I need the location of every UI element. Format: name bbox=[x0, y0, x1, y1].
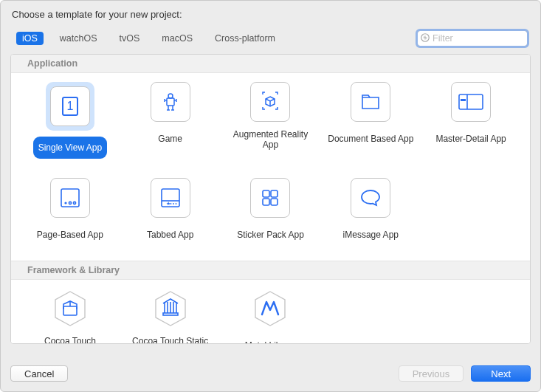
framework-grid: Cocoa Touch Framework bbox=[11, 280, 530, 344]
svg-rect-15 bbox=[461, 99, 466, 101]
template-label: Augmented Reality App bbox=[221, 128, 321, 152]
platform-tabs: iOS watchOS tvOS macOS Cross-platform bbox=[13, 32, 281, 45]
tab-tvos[interactable]: tvOS bbox=[114, 32, 146, 45]
tab-macos[interactable]: macOS bbox=[156, 32, 199, 45]
svg-rect-13 bbox=[459, 94, 483, 109]
master-detail-icon bbox=[451, 82, 491, 122]
cancel-button[interactable]: Cancel bbox=[10, 365, 68, 382]
ar-icon bbox=[250, 82, 290, 122]
svg-text:★: ★ bbox=[166, 201, 170, 206]
template-sticker-pack-app[interactable]: Sticker Pack App bbox=[221, 178, 321, 246]
cocoa-static-icon bbox=[151, 289, 190, 329]
svg-point-25 bbox=[175, 203, 176, 204]
svg-point-3 bbox=[168, 94, 173, 98]
filter-field-wrap bbox=[417, 30, 528, 47]
template-document-based-app[interactable]: Document Based App bbox=[320, 82, 421, 159]
tab-ios[interactable]: iOS bbox=[16, 32, 44, 45]
tabbed-icon: ★ bbox=[151, 178, 190, 218]
template-cocoa-touch-static-library[interactable]: Cocoa Touch Static Library bbox=[120, 289, 221, 344]
template-label: Sticker Pack App bbox=[232, 224, 309, 246]
metal-icon bbox=[250, 289, 290, 329]
template-single-view-app[interactable]: 1 Single View App bbox=[20, 82, 120, 159]
section-header-application: Application bbox=[11, 55, 530, 73]
template-imessage-app[interactable]: iMessage App bbox=[320, 178, 421, 246]
svg-rect-30 bbox=[63, 306, 77, 315]
template-label: Single View App bbox=[33, 137, 108, 159]
tab-cross-platform[interactable]: Cross-platform bbox=[209, 32, 281, 45]
application-grid: 1 Single View App bbox=[11, 73, 530, 261]
footer: Cancel Previous Next bbox=[10, 365, 531, 382]
template-tabbed-app[interactable]: ★ Tabbed App bbox=[120, 178, 221, 246]
next-button[interactable]: Next bbox=[471, 365, 531, 382]
template-label: Cocoa Touch Framework bbox=[20, 334, 120, 344]
template-augmented-reality-app[interactable]: Augmented Reality App bbox=[221, 82, 321, 159]
template-master-detail-app[interactable]: Master-Detail App bbox=[421, 82, 521, 159]
svg-point-23 bbox=[170, 203, 171, 204]
document-icon bbox=[351, 82, 390, 122]
svg-rect-28 bbox=[263, 199, 269, 205]
template-label: iMessage App bbox=[338, 224, 404, 246]
svg-point-18 bbox=[69, 202, 71, 204]
svg-point-17 bbox=[64, 202, 66, 204]
template-label: Page-Based App bbox=[32, 224, 108, 246]
cocoa-framework-icon bbox=[50, 289, 90, 329]
svg-rect-26 bbox=[263, 190, 269, 197]
page-based-icon bbox=[50, 178, 90, 218]
sticker-icon bbox=[250, 178, 290, 218]
template-label: Metal Library bbox=[240, 334, 301, 344]
template-cocoa-touch-framework[interactable]: Cocoa Touch Framework bbox=[20, 289, 120, 344]
svg-point-19 bbox=[73, 202, 75, 204]
top-bar: iOS watchOS tvOS macOS Cross-platform bbox=[10, 27, 531, 54]
svg-point-24 bbox=[173, 203, 174, 204]
template-label: Game bbox=[153, 128, 187, 150]
section-header-framework: Framework & Library bbox=[11, 261, 530, 280]
template-metal-library[interactable]: Metal Library bbox=[221, 289, 321, 344]
tab-watchos[interactable]: watchOS bbox=[54, 32, 103, 45]
svg-rect-32 bbox=[163, 313, 178, 315]
svg-rect-29 bbox=[271, 199, 278, 205]
svg-rect-27 bbox=[271, 190, 278, 197]
template-page-based-app[interactable]: Page-Based App bbox=[20, 178, 120, 246]
template-label: Master-Detail App bbox=[430, 128, 511, 150]
template-panel: Application 1 Single View App bbox=[10, 54, 531, 344]
imessage-icon bbox=[351, 178, 390, 218]
previous-button: Previous bbox=[399, 365, 464, 382]
single-view-icon: 1 bbox=[50, 86, 90, 126]
svg-text:1: 1 bbox=[66, 100, 73, 112]
sheet-title: Choose a template for your new project: bbox=[10, 9, 531, 20]
new-project-sheet: Choose a template for your new project: … bbox=[0, 0, 541, 392]
game-icon bbox=[151, 82, 190, 122]
template-label: Cocoa Touch Static Library bbox=[120, 334, 221, 344]
filter-input[interactable] bbox=[417, 30, 528, 47]
template-label: Tabbed App bbox=[142, 224, 199, 246]
selection-halo: 1 bbox=[46, 82, 94, 131]
template-game[interactable]: Game bbox=[120, 82, 221, 159]
template-label: Document Based App bbox=[323, 128, 418, 150]
filter-icon bbox=[420, 32, 430, 43]
svg-rect-4 bbox=[167, 98, 174, 106]
